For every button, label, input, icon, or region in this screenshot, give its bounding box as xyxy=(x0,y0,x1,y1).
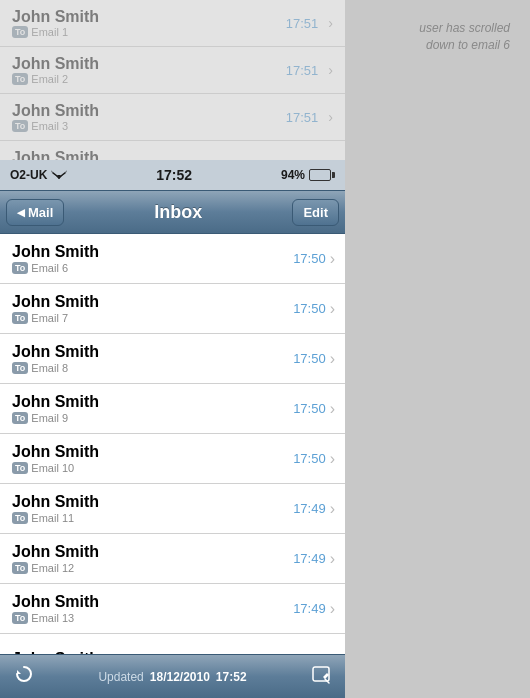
email-label: To Email 3 xyxy=(12,120,99,132)
updated-label: Updated xyxy=(98,670,143,684)
to-badge: To xyxy=(12,262,28,274)
email-content: John Smith To Email 1 xyxy=(12,8,99,38)
sender-name: John Smith xyxy=(12,443,293,461)
to-badge: To xyxy=(12,462,28,474)
list-item[interactable]: John Smith To Email 2 17:51 › xyxy=(0,47,345,94)
to-badge: To xyxy=(12,120,28,132)
email-time: 17:50 xyxy=(293,401,326,416)
email-time: 17:50 xyxy=(293,351,326,366)
list-item[interactable]: John Smith To Email 7 17:50 › xyxy=(0,284,345,334)
email-meta: 17:49 › xyxy=(293,550,335,568)
email-meta: 17:50 › xyxy=(293,400,335,418)
sender-name: John Smith xyxy=(12,393,293,411)
battery-tip xyxy=(332,172,335,178)
list-item[interactable]: John Smith To Email 13 17:49 › xyxy=(0,584,345,634)
inbox-title: Inbox xyxy=(154,202,202,223)
list-item[interactable]: John Smith To Email 8 17:50 › xyxy=(0,334,345,384)
sender-name: John Smith xyxy=(12,343,293,361)
scroll-annotation: user has scrolleddown to email 6 xyxy=(419,20,510,54)
navigation-bar: Mail Inbox Edit xyxy=(0,190,345,234)
edit-button[interactable]: Edit xyxy=(292,199,339,226)
chevron-icon: › xyxy=(330,400,335,418)
email-content: John Smith To Email 12 xyxy=(12,543,293,574)
list-item[interactable]: John Smith To Email 10 17:50 › xyxy=(0,434,345,484)
compose-button[interactable] xyxy=(311,665,331,689)
sender-name: John Smith xyxy=(12,55,99,73)
to-badge: To xyxy=(12,362,28,374)
email-label: To Email 2 xyxy=(12,73,99,85)
email-content: John Smith To Email 2 xyxy=(12,55,99,85)
sender-name: John Smith xyxy=(12,593,293,611)
email-time: 17:50 xyxy=(293,251,326,266)
email-content: John Smith To Email 7 xyxy=(12,293,293,324)
carrier-name: O2-UK xyxy=(10,168,47,182)
status-time: 17:52 xyxy=(156,167,192,183)
email-label: To Email 1 xyxy=(12,26,99,38)
sender-name: John Smith xyxy=(12,493,293,511)
list-item[interactable]: John Smith To Email 3 17:51 › xyxy=(0,94,345,141)
to-badge: To xyxy=(12,412,28,424)
email-label: To Email 10 xyxy=(12,462,293,474)
email-label: To Email 11 xyxy=(12,512,293,524)
battery-area: 94% xyxy=(281,168,335,182)
email-meta: 17:50 › xyxy=(293,450,335,468)
email-time: 17:51 xyxy=(286,63,319,78)
battery-icon xyxy=(309,169,335,181)
sender-name: John Smith xyxy=(12,243,293,261)
list-item[interactable]: John Smith To Email 9 17:50 › xyxy=(0,384,345,434)
email-label: To Email 12 xyxy=(12,562,293,574)
email-content: John Smith To Email 10 xyxy=(12,443,293,474)
sender-name: John Smith xyxy=(12,8,99,26)
email-time: 17:51 xyxy=(286,16,319,31)
email-content: John Smith To Email 11 xyxy=(12,493,293,524)
refresh-button[interactable] xyxy=(14,664,34,689)
wifi-icon xyxy=(51,168,67,182)
email-label: To Email 9 xyxy=(12,412,293,424)
list-item[interactable]: John Smith To Email 6 17:50 › xyxy=(0,234,345,284)
status-bar: O2-UK 17:52 94% xyxy=(0,160,345,190)
chevron-icon: › xyxy=(330,350,335,368)
updated-date: 18/12/2010 xyxy=(150,670,210,684)
sender-name: John Smith xyxy=(12,543,293,561)
chevron-icon: › xyxy=(330,300,335,318)
chevron-icon: › xyxy=(330,450,335,468)
battery-percent: 94% xyxy=(281,168,305,182)
email-meta: 17:50 › xyxy=(293,350,335,368)
to-badge: To xyxy=(12,562,28,574)
sender-name: John Smith xyxy=(12,293,293,311)
email-label: To Email 7 xyxy=(12,312,293,324)
to-badge: To xyxy=(12,512,28,524)
to-badge: To xyxy=(12,73,28,85)
email-time: 17:50 xyxy=(293,301,326,316)
email-content: John Smith To Email 6 xyxy=(12,243,293,274)
email-meta: 17:50 › xyxy=(293,250,335,268)
email-time: 17:49 xyxy=(293,551,326,566)
email-label: To Email 8 xyxy=(12,362,293,374)
email-content: John Smith To Email 13 xyxy=(12,593,293,624)
to-badge: To xyxy=(12,26,28,38)
chevron-icon: › xyxy=(330,550,335,568)
sender-name: John Smith xyxy=(12,102,99,120)
email-label: To Email 6 xyxy=(12,262,293,274)
email-time: 17:51 xyxy=(286,110,319,125)
email-time: 17:49 xyxy=(293,601,326,616)
back-button[interactable]: Mail xyxy=(6,199,64,226)
to-badge: To xyxy=(12,312,28,324)
bottom-toolbar: Updated 18/12/2010 17:52 xyxy=(0,654,345,698)
email-time: 17:50 xyxy=(293,451,326,466)
chevron-icon: › xyxy=(330,250,335,268)
email-meta: 17:50 › xyxy=(293,300,335,318)
phone-container: user has scrolleddown to email 6 John Sm… xyxy=(0,0,530,698)
chevron-icon: › xyxy=(328,109,333,125)
email-label: To Email 13 xyxy=(12,612,293,624)
chevron-icon: › xyxy=(328,15,333,31)
chevron-icon: › xyxy=(330,600,335,618)
to-badge: To xyxy=(12,612,28,624)
list-item[interactable]: John Smith To Email 1 17:51 › xyxy=(0,0,345,47)
list-item[interactable]: John Smith To Email 12 17:49 › xyxy=(0,534,345,584)
email-list: John Smith To Email 6 17:50 › John Smith… xyxy=(0,234,345,684)
list-item[interactable]: John Smith To Email 11 17:49 › xyxy=(0,484,345,534)
updated-time: 17:52 xyxy=(216,670,247,684)
battery-body xyxy=(309,169,331,181)
chevron-icon: › xyxy=(330,500,335,518)
